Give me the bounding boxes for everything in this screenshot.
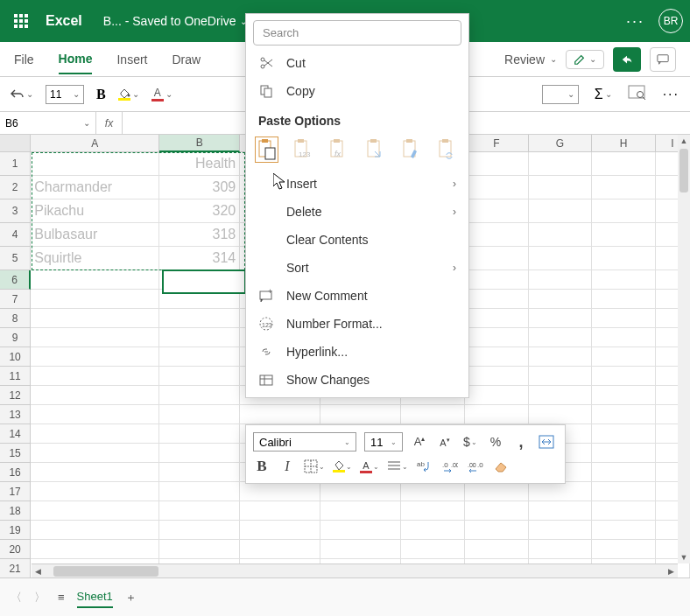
- cell-D18[interactable]: [320, 501, 401, 521]
- cell-G4[interactable]: [529, 223, 593, 247]
- paste-link-button[interactable]: [436, 136, 460, 163]
- cell-B12[interactable]: [159, 386, 240, 405]
- comma-button[interactable]: ,: [512, 432, 530, 452]
- cell-F8[interactable]: [465, 309, 529, 328]
- row-header-9[interactable]: 9: [0, 328, 31, 347]
- cell-H6[interactable]: [592, 270, 656, 290]
- vertical-scrollbar[interactable]: ▲ ▼: [678, 135, 690, 564]
- cell-F10[interactable]: [465, 347, 529, 367]
- mini-bold-button[interactable]: B: [253, 457, 271, 476]
- cell-G18[interactable]: [529, 501, 593, 521]
- cell-E17[interactable]: [401, 482, 465, 501]
- cell-H7[interactable]: [592, 290, 656, 309]
- number-format-select[interactable]: ⌄: [542, 85, 579, 104]
- row-header-4[interactable]: 4: [0, 223, 31, 247]
- cell-F7[interactable]: [465, 290, 529, 309]
- cell-A16[interactable]: [31, 463, 159, 482]
- cell-B10[interactable]: [159, 347, 240, 367]
- fill-color-button[interactable]: ⌄: [118, 88, 139, 101]
- cell-B17[interactable]: [159, 482, 240, 501]
- cell-D13[interactable]: [320, 405, 401, 424]
- mini-fill-color-button[interactable]: ⌄: [333, 457, 352, 476]
- scroll-thumb[interactable]: [679, 149, 688, 192]
- cell-G19[interactable]: [529, 521, 593, 540]
- name-box[interactable]: B6 ⌄: [0, 112, 96, 134]
- cell-B2[interactable]: 309: [159, 176, 240, 200]
- comments-button[interactable]: [650, 47, 676, 72]
- cell-A9[interactable]: [31, 328, 159, 347]
- tab-home[interactable]: Home: [59, 45, 93, 74]
- paste-formulas-button[interactable]: fx: [327, 136, 351, 163]
- cell-F19[interactable]: [465, 521, 529, 540]
- menu-clear-contents[interactable]: Clear Contents: [246, 226, 468, 254]
- select-all-corner[interactable]: [0, 135, 31, 152]
- context-search-input[interactable]: Search: [253, 20, 461, 46]
- cell-B11[interactable]: [159, 367, 240, 386]
- cell-G7[interactable]: [529, 290, 593, 309]
- row-header-10[interactable]: 10: [0, 347, 31, 367]
- scroll-down-icon[interactable]: ▼: [678, 551, 690, 564]
- cell-A18[interactable]: [31, 501, 159, 521]
- currency-button[interactable]: $⌄: [461, 432, 479, 452]
- share-button[interactable]: [613, 47, 641, 72]
- cell-G2[interactable]: [529, 176, 593, 200]
- row-header-11[interactable]: 11: [0, 367, 31, 386]
- cell-G13[interactable]: [529, 405, 593, 424]
- scroll-thumb[interactable]: [53, 566, 158, 577]
- more-icon[interactable]: ···: [626, 12, 644, 31]
- cell-A6[interactable]: [31, 270, 159, 290]
- row-header-1[interactable]: 1: [0, 152, 31, 176]
- row-header-14[interactable]: 14: [0, 424, 31, 444]
- fx-label[interactable]: fx: [96, 112, 123, 134]
- increase-font-button[interactable]: A▴: [411, 432, 428, 452]
- tab-insert[interactable]: Insert: [116, 46, 147, 74]
- cell-A19[interactable]: [31, 521, 159, 540]
- menu-hyperlink[interactable]: Hyperlink...: [246, 338, 468, 366]
- row-header-20[interactable]: 20: [0, 540, 31, 559]
- cell-F6[interactable]: [465, 270, 529, 290]
- cell-B6[interactable]: [159, 270, 240, 290]
- paste-values-button[interactable]: 123: [291, 136, 314, 163]
- tab-draw[interactable]: Draw: [172, 46, 201, 74]
- scroll-right-icon[interactable]: ▶: [668, 567, 674, 576]
- cell-B15[interactable]: [159, 444, 240, 463]
- cell-B16[interactable]: [159, 463, 240, 482]
- cell-B5[interactable]: 314: [159, 247, 240, 270]
- paste-transpose-button[interactable]: [363, 136, 387, 163]
- menu-sort[interactable]: Sort›: [246, 254, 468, 282]
- cell-A4[interactable]: Bulbasaur: [31, 223, 159, 247]
- cell-H16[interactable]: [592, 463, 656, 482]
- cell-B4[interactable]: 318: [159, 223, 240, 247]
- cell-G20[interactable]: [529, 540, 593, 559]
- mini-font-size[interactable]: 11⌄: [364, 432, 403, 452]
- cell-A13[interactable]: [31, 405, 159, 424]
- font-color-button[interactable]: A ⌄: [151, 87, 172, 102]
- paste-default-button[interactable]: [255, 136, 278, 163]
- menu-number-format[interactable]: 123 Number Format...: [246, 310, 468, 338]
- cell-B13[interactable]: [159, 405, 240, 424]
- all-sheets-icon[interactable]: ≡: [58, 591, 65, 604]
- cell-A11[interactable]: [31, 367, 159, 386]
- cell-A10[interactable]: [31, 347, 159, 367]
- cell-H18[interactable]: [592, 501, 656, 521]
- row-header-18[interactable]: 18: [0, 501, 31, 521]
- more-commands-button[interactable]: ···: [663, 87, 679, 102]
- cell-H3[interactable]: [592, 200, 656, 223]
- mini-decrease-decimal-button[interactable]: .00.0: [467, 457, 484, 476]
- cell-H9[interactable]: [592, 328, 656, 347]
- col-header-A[interactable]: A: [31, 135, 159, 152]
- scroll-left-icon[interactable]: ◀: [35, 567, 41, 576]
- row-header-15[interactable]: 15: [0, 444, 31, 463]
- cell-H20[interactable]: [592, 540, 656, 559]
- row-header-3[interactable]: 3: [0, 200, 31, 223]
- cell-F13[interactable]: [465, 405, 529, 424]
- percent-button[interactable]: %: [487, 432, 504, 452]
- cell-F1[interactable]: [465, 152, 529, 176]
- sheet-prev-icon[interactable]: 〈: [11, 590, 22, 606]
- row-header-2[interactable]: 2: [0, 176, 31, 200]
- cell-B8[interactable]: [159, 309, 240, 328]
- menu-new-comment[interactable]: + New Comment: [246, 282, 468, 310]
- cell-F17[interactable]: [465, 482, 529, 501]
- row-header-19[interactable]: 19: [0, 521, 31, 540]
- menu-delete[interactable]: Delete›: [246, 198, 468, 226]
